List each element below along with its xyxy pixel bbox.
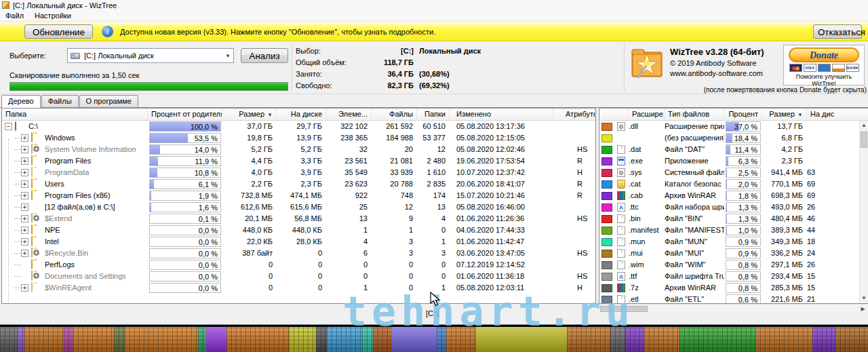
expander-icon[interactable]: +	[21, 192, 28, 199]
col-ext-size[interactable]: Размер▼	[762, 109, 807, 120]
table-row[interactable]: + $Extend 0,1 % 20,1 МБ 56,8 МБ 13 9 4 0…	[2, 213, 595, 224]
col-ext-percent[interactable]: Процент	[724, 109, 762, 120]
table-row[interactable]: .ttf Файл шрифта Tru 0,8 % 293,4 МБ 15	[599, 271, 868, 282]
table-row[interactable]: + Windows 53,5 % 19,8 ГБ 13,9 ГБ 238 365…	[2, 132, 595, 144]
table-row[interactable]: .exe Приложение 6,3 % 2,3 ГБ	[599, 155, 868, 167]
visa-icon: VISA	[804, 64, 816, 72]
col-items[interactable]: Элеме...	[326, 109, 372, 120]
dismiss-button[interactable]: Отказаться	[813, 24, 862, 39]
table-row[interactable]: + Intel 0,0 % 22,0 КБ 28,0 КБ 4 3 1 01.0…	[2, 236, 595, 248]
treemap-segment[interactable]	[226, 327, 289, 352]
expander-icon[interactable]: +	[21, 203, 28, 211]
col-folders[interactable]: Папки	[417, 109, 450, 120]
treemap-segment[interactable]	[24, 327, 64, 352]
table-row[interactable]: .mui Файл "MUI" 0,9 % 336,2 МБ 24	[599, 248, 868, 259]
table-row[interactable]: .dat Файл "DAT" 11,4 % 4,2 ГБ	[599, 144, 868, 155]
percent-bar: 6,3 %	[726, 156, 761, 166]
treemap-segment[interactable]	[644, 327, 679, 352]
table-row[interactable]: + $Recycle.Bin 0,0 % 387 байт 0 6 3 3 03…	[2, 248, 595, 259]
percent-bar: 11,9 %	[149, 156, 221, 166]
percent-label: 53,5 %	[195, 134, 218, 143]
table-row[interactable]: Documents and Settings 0,0 % 0 0 0 0 0 0…	[2, 271, 595, 282]
table-row[interactable]: .bin Файл "BIN" 1,3 % 480,4 МБ 46	[599, 213, 868, 224]
horizontal-scrollbar[interactable]: ▶	[599, 304, 868, 313]
table-row[interactable]: .etl Файл "ETL" 0,6 % 221,6 МБ 21	[599, 294, 868, 304]
table-row[interactable]: PerfLogs 0,0 % 0 0 0 0 0 07.12.2019 12:1…	[2, 259, 595, 271]
scroll-up-icon[interactable]: ▲	[860, 121, 868, 130]
donate-button[interactable]: Donate	[789, 47, 859, 62]
extension-cell: .mun	[629, 236, 665, 248]
table-row[interactable]: + System Volume Information 14,0 % 5,2 Г…	[2, 144, 595, 155]
expander-icon[interactable]: +	[21, 227, 28, 234]
table-row[interactable]: + Users 6,1 % 2,2 ГБ 2,3 ГБ 23 623 20 78…	[2, 178, 595, 190]
treemap-segment[interactable]	[114, 327, 125, 352]
expander-icon[interactable]: +	[21, 238, 28, 246]
vertical-scrollbar[interactable]: ▲ ▼	[859, 121, 868, 303]
table-row[interactable]: .mun Файл "MUN" 0,9 % 349,3 МБ 18	[599, 236, 868, 248]
col-size[interactable]: Размер▼	[222, 109, 277, 120]
menu-file[interactable]: Файл	[0, 11, 29, 20]
scroll-down-icon[interactable]: ▼	[860, 294, 868, 303]
table-row[interactable]: .7z Архив WinRAR 0,8 % 285,3 МБ 15	[599, 282, 868, 294]
treemap-segment[interactable]	[289, 327, 316, 352]
table-row[interactable]: + NPE 0,0 % 448,0 КБ 448,0 КБ 1 1 0 04.0…	[2, 224, 595, 236]
menu-settings[interactable]: Настройки	[29, 11, 77, 20]
expander-icon[interactable]: +	[21, 146, 28, 153]
expander-icon[interactable]: +	[21, 284, 28, 292]
update-button[interactable]: Обновление	[24, 24, 93, 39]
table-row[interactable]: .manifest Файл "MANIFEST" 1,0 % 389,3 МБ…	[599, 224, 868, 236]
col-ondisk[interactable]: На диске	[277, 109, 326, 120]
drive-select[interactable]: [C:] Локальный диск ▼	[67, 48, 234, 63]
table-row[interactable]: + Program Files 11,9 % 4,4 ГБ 3,3 ГБ 23 …	[2, 155, 595, 167]
col-color[interactable]	[599, 109, 629, 120]
treemap-segment[interactable]	[835, 327, 868, 352]
scrollbar-thumb[interactable]	[861, 132, 867, 148]
tab-about[interactable]: О программе	[79, 95, 138, 107]
table-row[interactable]: .cab Архив WinRAR 1,8 % 698,3 МБ 69	[599, 190, 868, 201]
treemap-segment[interactable]	[812, 327, 835, 352]
col-attrs[interactable]: Атрибуты	[553, 109, 595, 120]
col-filetype[interactable]: Тип файлов	[665, 109, 724, 120]
treemap-segment[interactable]	[206, 327, 226, 352]
table-row[interactable]: + [12 файл(а,ов) в C:\] 1,6 % 612,6 МБ 6…	[2, 201, 595, 213]
table-row[interactable]: + Program Files (x86) 1,9 % 732,8 МБ 474…	[2, 190, 595, 201]
treemap-segment[interactable]	[679, 327, 755, 352]
table-row[interactable]: .dll Расширение прил 37,0 % 13,7 ГБ	[599, 121, 868, 132]
col-folder[interactable]: Папка	[2, 109, 148, 120]
col-modified[interactable]: Изменено	[450, 109, 553, 120]
table-row[interactable]: .ttc Файл набора шри 1,3 % 493,0 МБ 26	[599, 201, 868, 213]
treemap-segment[interactable]	[316, 327, 327, 352]
treemap-segment[interactable]	[198, 327, 206, 352]
table-row[interactable]: .cat Каталог безопас 2,0 % 770,1 МБ 69	[599, 178, 868, 190]
expander-icon[interactable]: +	[21, 215, 28, 222]
table-row[interactable]: − C:\ 100,0 % 37,0 ГБ 29,7 ГБ 322 102 26…	[2, 121, 595, 132]
tab-files[interactable]: Файлы	[41, 95, 79, 107]
treemap-segment[interactable]	[18, 327, 24, 352]
size-cell: 770,1 МБ	[762, 178, 807, 190]
expander-icon[interactable]: +	[21, 134, 28, 142]
website-link[interactable]: www.antibody-software.com	[670, 69, 782, 77]
treemap-segment[interactable]	[755, 327, 812, 352]
analyze-button[interactable]: Анализ	[241, 48, 288, 63]
expander-icon[interactable]: −	[5, 123, 12, 130]
col-percent[interactable]: Процент от родителя	[148, 109, 222, 120]
expander-icon[interactable]: +	[21, 157, 28, 165]
treemap-segment[interactable]	[125, 327, 198, 352]
discover-icon	[832, 64, 845, 72]
expander-icon[interactable]: +	[21, 180, 28, 188]
expander-icon[interactable]: +	[21, 250, 28, 257]
table-row[interactable]: + ProgramData 10,8 % 4,0 ГБ 3,9 ГБ 35 54…	[2, 167, 595, 178]
expander-icon[interactable]: +	[21, 169, 28, 176]
col-extension[interactable]: Расшире...	[629, 109, 665, 120]
treemap-segment[interactable]	[73, 327, 114, 352]
extension-cell: .exe	[629, 155, 665, 167]
tab-tree[interactable]: Дерево	[1, 95, 41, 108]
table-row[interactable]: .wim Файл "WIM" 0,8 % 297,1 МБ 26	[599, 259, 868, 271]
col-files[interactable]: Файлы	[372, 109, 417, 120]
table-row[interactable]: (без расширения) 18,4 % 6,8 ГБ	[599, 132, 868, 144]
treemap-segment[interactable]	[0, 327, 18, 352]
scroll-right-icon[interactable]: ▶	[859, 305, 867, 313]
col-ext-ondisk[interactable]: На дис	[807, 109, 868, 120]
treemap-segment[interactable]	[64, 327, 73, 352]
table-row[interactable]: .sys Системный файл 2,5 % 941,4 МБ 63	[599, 167, 868, 178]
